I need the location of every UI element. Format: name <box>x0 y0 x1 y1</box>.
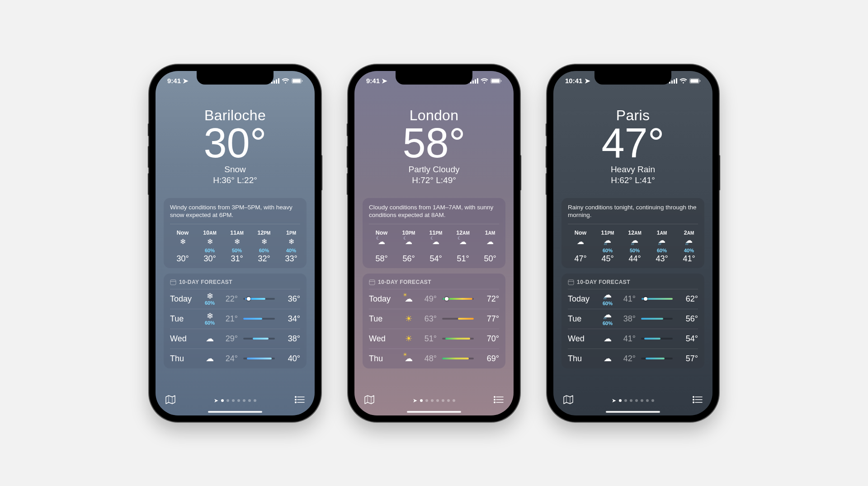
hourly-card[interactable]: Cloudy conditions from 1AM–7AM, with sun… <box>363 198 505 268</box>
hourly-scroll[interactable]: Now ☾☁︎ 58° 10PM ☾☁︎ 56° 11PM ☾☁︎ 54° 12… <box>369 230 499 264</box>
status-time: 9:41 ➤ <box>167 77 189 85</box>
sun-icon: ☀︎ <box>405 335 412 343</box>
hourly-time: 1AM <box>657 230 667 236</box>
hourly-card[interactable]: Windy conditions from 3PM–5PM, with heav… <box>164 198 307 268</box>
phone-mockup: 9:41 ➤ London 58° Partly Cloudy H:72° L:… <box>348 65 520 422</box>
current-temp: 47° <box>561 122 704 164</box>
cloud-icon: ☁︎ <box>604 335 612 343</box>
svg-rect-2 <box>276 79 277 84</box>
current-conditions: London 58° Partly Cloudy H:72° L:49° <box>363 107 505 185</box>
daily-high: 69° <box>479 354 499 363</box>
map-icon <box>165 395 175 404</box>
daily-precip: 60% <box>205 300 215 306</box>
daily-row[interactable]: Today ❄︎ 60% 22° 36° <box>170 289 300 309</box>
daily-card[interactable]: 10-DAY FORECAST Today ☀︎☁︎ 49° 72° Tue ☀… <box>363 274 505 368</box>
page-dots[interactable]: ➤ <box>612 397 654 404</box>
partly-sun-icon: ☀︎☁︎ <box>405 354 413 363</box>
list-icon <box>494 396 504 403</box>
daily-row[interactable]: Thu ☁︎ 42° 57° <box>568 349 698 368</box>
cloud-icon: ☁︎ <box>206 335 214 343</box>
cloud-icon: ☁︎ <box>206 354 214 363</box>
svg-rect-1 <box>274 80 275 84</box>
partly-night-icon: ☾☁︎ <box>405 237 412 247</box>
hourly-scroll[interactable]: Now ❄︎ 30° 10AM ❄︎ 60% 30° 11AM ❄︎ 50% 3… <box>170 230 300 264</box>
calendar-icon <box>170 279 176 285</box>
list-button[interactable] <box>295 396 305 405</box>
map-button[interactable] <box>364 395 374 406</box>
forecast-summary: Rainy conditions tonight, continuing thr… <box>568 203 698 224</box>
status-bar: 9:41 ➤ <box>156 71 315 91</box>
calendar-icon <box>568 279 574 285</box>
hourly-item[interactable]: Now ☁︎ 47° <box>568 230 593 264</box>
hourly-item[interactable]: 2AM ☁︎/// 40% 41° <box>676 230 698 264</box>
hourly-time: 12AM <box>456 230 469 236</box>
hourly-temp: 41° <box>683 254 695 264</box>
hourly-item[interactable]: 12AM ☁︎/// 50% 44° <box>622 230 647 264</box>
hourly-precip: 60% <box>205 248 215 253</box>
status-bar: 10:41 ➤ <box>553 71 712 91</box>
hourly-item[interactable]: 10PM ☾☁︎ 56° <box>396 230 421 264</box>
daily-row[interactable]: Thu ☀︎☁︎ 48° 69° <box>369 349 499 368</box>
daily-row[interactable]: Wed ☁︎ 29° 38° <box>170 329 300 349</box>
weather-screen[interactable]: 9:41 ➤ Bariloche 30° Snow H:36° L:22° Wi… <box>156 71 315 415</box>
hourly-item[interactable]: 10AM ❄︎ 60% 30° <box>197 230 222 264</box>
svg-point-13 <box>295 401 296 402</box>
hourly-scroll[interactable]: Now ☁︎ 47° 11PM ☁︎/// 60% 45° 12AM ☁︎///… <box>568 230 698 264</box>
hourly-item[interactable]: 11PM ☁︎/// 60% 45° <box>595 230 620 264</box>
map-button[interactable] <box>165 395 175 406</box>
weather-screen[interactable]: 10:41 ➤ Paris 47° Heavy Rain H:62° L:41°… <box>553 71 712 415</box>
daily-day: Today <box>568 294 598 304</box>
hourly-temp: 33° <box>285 254 297 264</box>
hourly-item[interactable]: 11AM ❄︎ 50% 31° <box>224 230 250 264</box>
home-indicator[interactable] <box>407 411 461 413</box>
hourly-item[interactable]: 11PM ☾☁︎ 54° <box>423 230 448 264</box>
hourly-item[interactable]: 12PM ❄︎ 60% 32° <box>251 230 277 264</box>
hourly-time: 1PM <box>286 230 296 236</box>
daily-low: 41° <box>618 294 636 304</box>
map-button[interactable] <box>563 395 573 406</box>
daily-row[interactable]: Tue ☀︎ 63° 77° <box>369 309 499 329</box>
hourly-time: Now <box>177 230 189 236</box>
daily-card[interactable]: 10-DAY FORECAST Today ☁︎/// 60% 41° 62° … <box>561 274 704 368</box>
svg-rect-7 <box>170 280 176 285</box>
hourly-card[interactable]: Rainy conditions tonight, continuing thr… <box>561 198 704 268</box>
hourly-item[interactable]: 12AM ☾☁︎ 51° <box>450 230 476 264</box>
hourly-item[interactable]: 1PM ❄︎ 40% 33° <box>278 230 300 264</box>
daily-low: 22° <box>220 294 238 304</box>
daily-row[interactable]: Today ☁︎/// 60% 41° 62° <box>568 289 698 309</box>
daily-row[interactable]: Tue ☁︎/// 60% 38° 56° <box>568 309 698 329</box>
home-indicator[interactable] <box>606 411 660 413</box>
page-dots[interactable]: ➤ <box>214 397 256 404</box>
hourly-item[interactable]: 1AM ☁︎ 50° <box>477 230 499 264</box>
daily-day: Wed <box>369 334 399 344</box>
daily-row[interactable]: Tue ❄︎ 60% 21° 34° <box>170 309 300 329</box>
list-button[interactable] <box>494 396 504 405</box>
hourly-temp: 44° <box>628 254 641 264</box>
daily-row[interactable]: Thu ☁︎ 24° 40° <box>170 349 300 368</box>
map-icon <box>563 395 573 404</box>
svg-point-28 <box>494 401 495 402</box>
page-dots[interactable]: ➤ <box>413 397 455 404</box>
daily-row[interactable]: Today ☀︎☁︎ 49° 72° <box>369 289 499 309</box>
daily-card[interactable]: 10-DAY FORECAST Today ❄︎ 60% 22° 36° Tue… <box>164 274 307 368</box>
forecast-summary: Cloudy conditions from 1AM–7AM, with sun… <box>369 203 499 224</box>
snow-icon: ❄︎ <box>207 292 213 300</box>
daily-low: 51° <box>419 334 437 344</box>
hourly-item[interactable]: 1AM ☁︎/// 60% 43° <box>649 230 675 264</box>
daily-day: Wed <box>170 334 200 344</box>
weather-screen[interactable]: 9:41 ➤ London 58° Partly Cloudy H:72° L:… <box>354 71 514 415</box>
hourly-time: 2AM <box>684 230 694 236</box>
daily-row[interactable]: Wed ☁︎ 41° 54° <box>568 329 698 349</box>
hourly-item[interactable]: Now ☾☁︎ 58° <box>369 230 394 264</box>
daily-row[interactable]: Wed ☀︎ 51° 70° <box>369 329 499 349</box>
current-condition: Partly Cloudy <box>363 165 505 175</box>
svg-rect-37 <box>568 280 574 285</box>
hourly-temp: 47° <box>574 254 586 264</box>
daily-temp-bar <box>442 338 474 340</box>
list-button[interactable] <box>693 396 703 405</box>
hourly-precip: 40% <box>286 248 296 253</box>
home-indicator[interactable] <box>208 411 262 413</box>
hourly-time: Now <box>575 230 586 236</box>
hourly-item[interactable]: Now ❄︎ 30° <box>170 230 195 264</box>
rain-icon: ☁︎/// <box>685 237 693 247</box>
